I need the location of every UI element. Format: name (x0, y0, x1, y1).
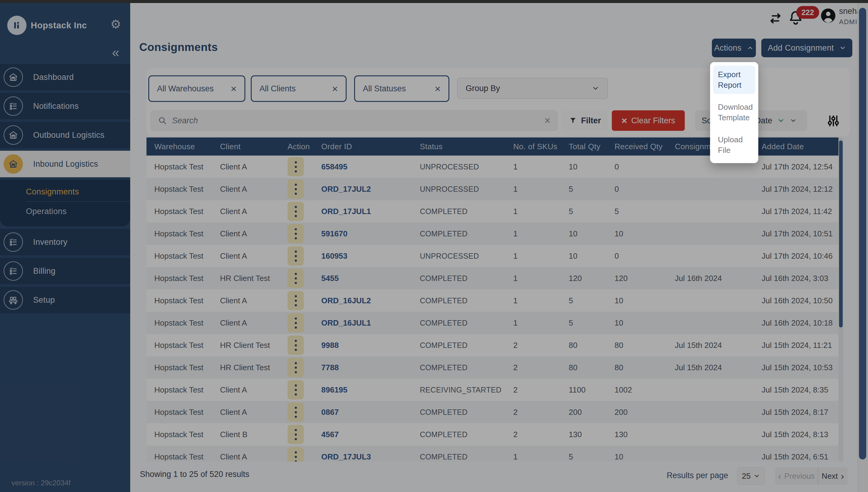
menu-item-download-template[interactable]: Download Template (713, 98, 755, 127)
menu-item-upload-file[interactable]: Upload File (713, 131, 755, 159)
actions-dropdown-menu: Export Report Download Template Upload F… (710, 62, 758, 163)
menu-item-export-report[interactable]: Export Report (713, 66, 755, 94)
